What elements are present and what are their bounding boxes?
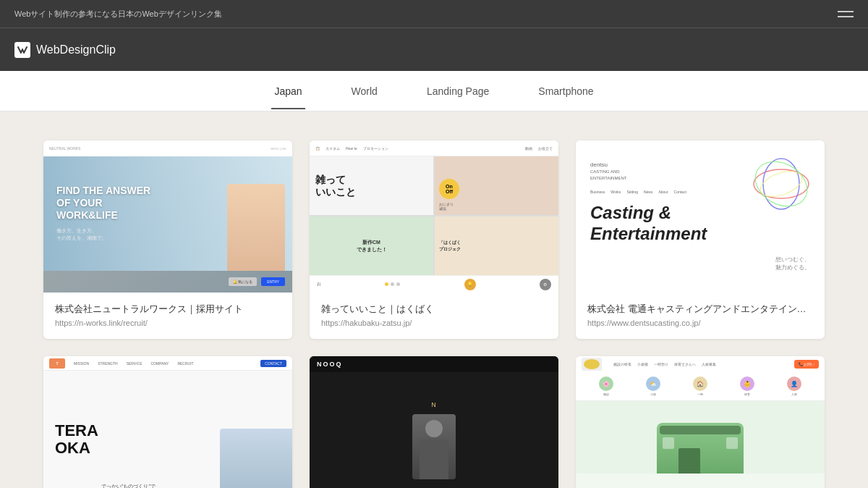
nav-item-smartphone[interactable]: Smartphone [535,74,596,109]
card-grid: NEUTRAL WORKS MENU LINK FIND THE ANSWERO… [43,140,825,488]
card-2-info: 雑っていいこと｜はくばく https://hakubaku-zatsu.jp/ [310,293,558,339]
card-1-info: 株式会社ニュートラルワークス｜採用サイト https://n-works.lin… [43,293,292,339]
card-3[interactable]: dentsuCASTING ANDENTERTAINMENT BusinessW… [576,140,825,339]
card-3-info: 株式会社 電通キャスティングアンドエンタテイン… https://www.den… [576,293,825,339]
card-2[interactable]: 📋カスタムHow toプロモーション動画お役立て 雑っていいこと OnOff お… [310,140,558,339]
site-logo[interactable]: WebDesignClip [14,42,116,58]
site-description: Webサイト制作の参考になる日本のWebデザインリンク集 [14,9,222,20]
nav-item-japan[interactable]: Japan [271,74,305,109]
hamburger-menu[interactable] [838,11,854,17]
card-5-thumb: NOOQ N [310,356,558,488]
card-1-title: 株式会社ニュートラルワークス｜採用サイト [55,303,281,316]
card-5[interactable]: NOOQ N NOOQ https://nooq.jp/ [310,356,558,488]
thumb-1-nav: NEUTRAL WORKS MENU LINK [43,140,292,156]
logo-text: WebDesignClip [36,43,116,56]
card-3-title: 株式会社 電通キャスティングアンドエンタテイン… [587,303,813,316]
card-1-url: https://n-works.link/recruit/ [55,319,281,327]
main-content: NEUTRAL WORKS MENU LINK FIND THE ANSWERO… [0,112,868,488]
card-6[interactable]: 施設の特長 小規模 一時預り 保育士さんへ 人材募集 📞 お問い 🌸 [576,356,825,488]
svg-point-1 [763,159,799,209]
nav-item-landing-page[interactable]: Landing Page [424,74,492,109]
card-4-thumb: T MISSION STRENGTH SERVICE COMPANY RECRU… [43,356,292,488]
main-nav: Japan World Landing Page Smartphone [0,71,868,112]
card-6-thumb: 施設の特長 小規模 一時預り 保育士さんへ 人材募集 📞 お問い 🌸 [576,356,825,488]
logo-icon [14,42,30,58]
card-3-thumb: dentsuCASTING ANDENTERTAINMENT BusinessW… [576,140,825,293]
svg-point-2 [752,155,810,213]
card-1-thumb: NEUTRAL WORKS MENU LINK FIND THE ANSWERO… [43,140,292,293]
card-3-url: https://www.dentsucasting.co.jp/ [587,319,813,327]
card-4[interactable]: T MISSION STRENGTH SERVICE COMPANY RECRU… [43,356,292,488]
card-2-thumb: 📋カスタムHow toプロモーション動画お役立て 雑っていいこと OnOff お… [310,140,558,293]
site-header: WebDesignClip [0,28,868,71]
card-2-url: https://hakubaku-zatsu.jp/ [321,319,547,327]
card-2-title: 雑っていいこと｜はくばく [321,303,547,316]
top-bar: Webサイト制作の参考になる日本のWebデザインリンク集 [0,0,868,28]
nav-item-world[interactable]: World [349,74,380,109]
card-1[interactable]: NEUTRAL WORKS MENU LINK FIND THE ANSWERO… [43,140,292,339]
